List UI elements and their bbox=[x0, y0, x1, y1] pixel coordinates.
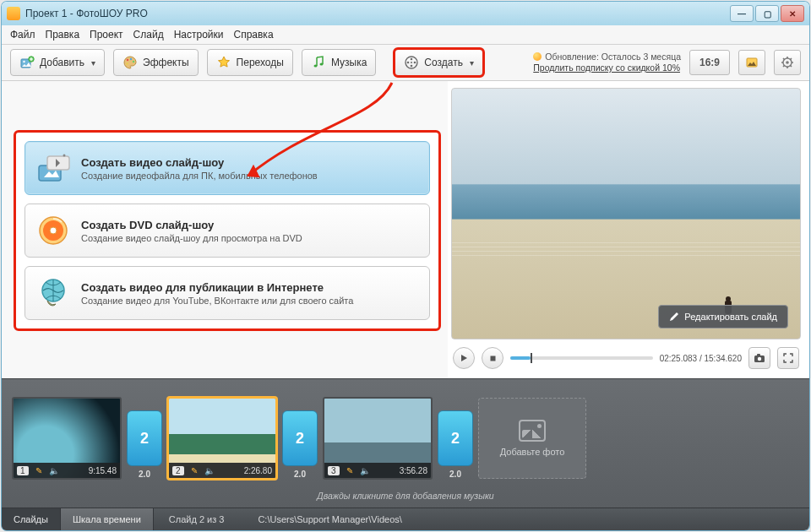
edit-slide-button[interactable]: Редактировать слайд bbox=[658, 305, 788, 328]
slide-index: 2 bbox=[172, 466, 184, 475]
option-title: Создать DVD слайд-шоу bbox=[81, 219, 302, 231]
play-icon bbox=[460, 354, 468, 362]
fullscreen-button[interactable] bbox=[777, 347, 799, 369]
svg-rect-25 bbox=[490, 356, 495, 361]
add-slide-label: Добавьте фото bbox=[500, 447, 565, 457]
stop-button[interactable] bbox=[482, 347, 503, 369]
svg-point-28 bbox=[758, 357, 761, 361]
pencil-icon: ✎ bbox=[189, 465, 199, 475]
fullscreen-icon bbox=[783, 353, 793, 363]
transitions-label: Переходы bbox=[237, 57, 284, 68]
renew-link[interactable]: Продлить подписку со скидкой 10% bbox=[533, 62, 680, 73]
timecode: 02:25.083 / 15:34.620 bbox=[660, 354, 742, 363]
music-track-hint[interactable]: Дважды кликните для добавления музыки bbox=[2, 491, 809, 508]
timeline: 1 ✎ 🔈 9:15.48 2 2.0 2 ✎ 🔈 bbox=[2, 378, 809, 508]
edit-slide-label: Редактировать слайд bbox=[684, 312, 777, 322]
slide-thumb-1[interactable]: 1 ✎ 🔈 9:15.48 bbox=[12, 397, 122, 480]
caret-icon: ▾ bbox=[470, 58, 474, 68]
svg-point-12 bbox=[414, 62, 416, 64]
status-slide-count: Слайд 2 из 3 bbox=[169, 514, 225, 524]
video-icon bbox=[35, 150, 71, 186]
create-label: Создать bbox=[424, 57, 463, 68]
playback-controls: 02:25.083 / 15:34.620 bbox=[451, 339, 801, 373]
transitions-button[interactable]: Переходы bbox=[207, 49, 293, 76]
transition-chip-2[interactable]: 2 2.0 bbox=[282, 410, 318, 466]
close-button[interactable]: ✕ bbox=[781, 5, 804, 22]
options-box: Создать видео слайд-шоу Создание видеофа… bbox=[14, 130, 441, 331]
star-icon bbox=[216, 55, 231, 70]
create-dvd-option[interactable]: Создать DVD слайд-шоу Создание видео сла… bbox=[24, 204, 430, 258]
menu-settings[interactable]: Настройки bbox=[174, 29, 224, 41]
menu-slide[interactable]: Слайд bbox=[133, 29, 164, 41]
aspect-ratio-button[interactable]: 16:9 bbox=[689, 50, 730, 75]
gear-icon bbox=[781, 56, 794, 69]
slide-duration: 9:15.48 bbox=[89, 466, 117, 475]
sound-icon: 🔈 bbox=[204, 465, 215, 475]
options-panel: Создать видео слайд-шоу Создание видеофа… bbox=[2, 81, 448, 378]
transition-chip-3[interactable]: 2 2.0 bbox=[438, 410, 473, 466]
option-desc: Создание видео слайд-шоу для просмотра н… bbox=[81, 233, 302, 243]
snapshot-button[interactable] bbox=[748, 347, 770, 369]
reel-icon bbox=[404, 55, 419, 70]
svg-point-5 bbox=[133, 61, 134, 62]
pencil-icon: ✎ bbox=[345, 465, 355, 475]
svg-point-20 bbox=[63, 155, 66, 157]
music-icon bbox=[311, 55, 326, 70]
create-button[interactable]: Создать ▾ bbox=[395, 49, 483, 76]
create-web-option[interactable]: Создать видео для публикации в Интернете… bbox=[24, 266, 430, 320]
update-text: Обновление: Осталось 3 месяца bbox=[545, 52, 681, 62]
theme-button[interactable] bbox=[738, 50, 765, 75]
transition-duration: 2.0 bbox=[294, 470, 306, 479]
option-desc: Создание видеофайла для ПК, мобильных те… bbox=[81, 171, 318, 181]
slide-thumb-2[interactable]: 2 ✎ 🔈 2:26.80 bbox=[167, 397, 277, 480]
music-label: Музыка bbox=[331, 57, 367, 68]
create-video-option[interactable]: Создать видео слайд-шоу Создание видеофа… bbox=[24, 141, 430, 195]
option-title: Создать видео слайд-шоу bbox=[81, 156, 318, 169]
app-icon bbox=[7, 7, 20, 20]
menu-project[interactable]: Проект bbox=[90, 29, 123, 41]
transition-type: 2 bbox=[140, 430, 149, 448]
option-title: Создать видео для публикации в Интернете bbox=[81, 281, 353, 294]
app-window: Проект 1 - ФотоШОУ PRO — ▢ ✕ Файл Правка… bbox=[2, 2, 809, 530]
svg-point-10 bbox=[411, 58, 413, 61]
playback-slider[interactable] bbox=[510, 356, 653, 360]
menu-file[interactable]: Файл bbox=[10, 29, 35, 41]
option-desc: Создание видео для YouTube, ВКонтакте ил… bbox=[81, 296, 353, 306]
transition-chip-1[interactable]: 2 2.0 bbox=[127, 410, 162, 466]
settings-button[interactable] bbox=[774, 50, 801, 75]
status-path: C:\Users\Support Manager\Videos\ bbox=[258, 514, 401, 524]
svg-point-13 bbox=[411, 65, 413, 68]
sound-icon: 🔈 bbox=[360, 465, 370, 475]
image-placeholder-icon bbox=[519, 420, 546, 442]
minimize-button[interactable]: — bbox=[730, 5, 754, 22]
effects-button[interactable]: Эффекты bbox=[113, 49, 199, 76]
pencil-icon: ✎ bbox=[34, 465, 44, 475]
play-button[interactable] bbox=[453, 347, 475, 369]
toolbar: Добавить ▾ Эффекты Переходы Музыка Соз bbox=[2, 45, 809, 81]
menu-edit[interactable]: Правка bbox=[46, 29, 80, 41]
slide-thumb-3[interactable]: 3 ✎ 🔈 3:56.28 bbox=[323, 397, 433, 480]
palette-icon bbox=[122, 55, 138, 70]
add-slide-slot[interactable]: Добавьте фото bbox=[478, 398, 586, 479]
preview-panel: Редактировать слайд 02:25.083 / 15:34.62… bbox=[448, 81, 809, 378]
camera-icon bbox=[754, 353, 765, 363]
bell-icon bbox=[533, 52, 542, 61]
transition-duration: 2.0 bbox=[449, 470, 461, 479]
sound-icon: 🔈 bbox=[49, 465, 59, 475]
add-button[interactable]: Добавить ▾ bbox=[10, 49, 105, 76]
add-icon bbox=[19, 55, 35, 70]
globe-icon bbox=[35, 275, 71, 311]
menu-help[interactable]: Справка bbox=[233, 29, 273, 41]
slide-duration: 3:56.28 bbox=[400, 466, 427, 475]
svg-point-4 bbox=[130, 58, 132, 60]
slides-row: 1 ✎ 🔈 9:15.48 2 2.0 2 ✎ 🔈 bbox=[2, 379, 809, 491]
svg-rect-27 bbox=[757, 354, 760, 356]
tab-slides[interactable]: Слайды bbox=[2, 508, 61, 530]
preview-canvas[interactable]: Редактировать слайд bbox=[451, 88, 801, 339]
music-button[interactable]: Музыка bbox=[302, 49, 376, 76]
svg-point-3 bbox=[127, 59, 128, 61]
maximize-button[interactable]: ▢ bbox=[755, 5, 779, 22]
transition-type: 2 bbox=[451, 430, 460, 448]
tab-timeline[interactable]: Шкала времени bbox=[61, 508, 154, 530]
svg-point-6 bbox=[126, 62, 128, 64]
